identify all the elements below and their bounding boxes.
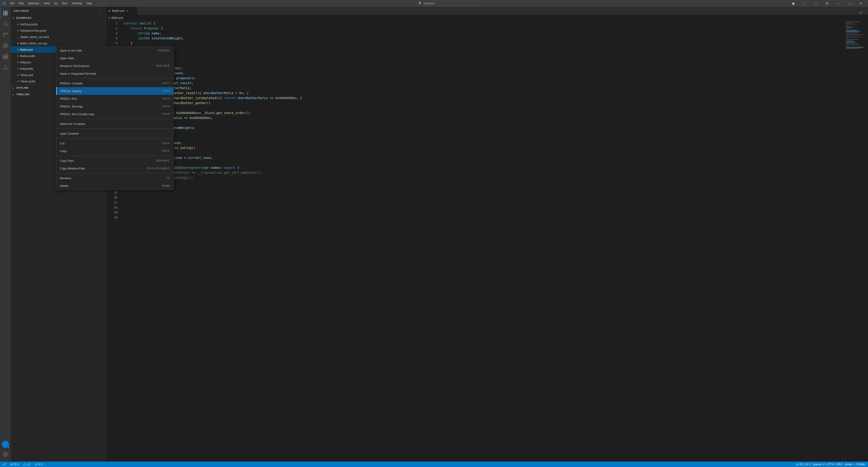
status-spaces[interactable]: Spaces: 4 <box>812 462 826 467</box>
status-git[interactable]: ⎇ <box>2 462 7 467</box>
menu-view[interactable]: View <box>42 1 51 5</box>
ctx-copy-path[interactable]: Copy Path Shift+Alt+C <box>56 157 105 165</box>
examples-section-header[interactable]: ▾ EXAMPLES <box>11 15 105 21</box>
activity-preda[interactable] <box>0 62 11 73</box>
ctx-rename[interactable]: Rename... F2 <box>56 174 105 182</box>
code-line-22: { <box>123 106 845 110</box>
file-icon: ◇ <box>17 35 20 39</box>
ctx-cut[interactable]: Cut Ctrl+X <box>56 139 105 147</box>
status-info[interactable]: ⊙ ⊙ 0 <box>34 462 43 467</box>
activity-search[interactable] <box>0 19 11 29</box>
activity-settings[interactable] <box>0 449 11 460</box>
mini-line <box>846 48 859 49</box>
titlebar-menu: File Edit Selection View Go Run Terminal… <box>8 1 94 5</box>
layout2-button[interactable]: ⬚ <box>799 0 810 7</box>
sidebar-more-button[interactable]: ··· <box>98 8 103 13</box>
ctx-copy[interactable]: Copy Ctrl+C <box>56 147 105 155</box>
more-actions-button[interactable]: ··· <box>864 11 866 15</box>
close-button[interactable]: ✕ <box>856 0 866 7</box>
file-icon: ≡ <box>17 73 19 77</box>
file-name: Kitty.prd <box>20 61 31 64</box>
mini-line <box>846 48 864 48</box>
mini-line <box>846 28 852 28</box>
status-eol[interactable]: CRLF <box>835 462 844 467</box>
code-line-27: @shard array<uint64> votedWeights; <box>123 125 845 130</box>
minimize-button[interactable]: ─ <box>833 0 844 7</box>
split-editor-button[interactable]: ⧉ <box>860 11 862 15</box>
status-encoding[interactable]: UTF-8 <box>826 462 835 467</box>
status-warnings[interactable]: △ △ 0 <box>22 462 31 467</box>
breadcrumb-file[interactable]: Ballot.prd <box>112 16 123 20</box>
status-position[interactable]: Ln 25, Col 1 <box>795 462 812 467</box>
ctx-sep-3 <box>56 128 105 129</box>
mini-line <box>846 33 847 33</box>
svg-rect-1 <box>6 11 7 13</box>
status-prettier[interactable]: ✓ Prettier <box>852 462 866 467</box>
code-line-35: return last_result.case < current_case; <box>123 155 845 160</box>
status-right: Ln 25, Col 1 Spaces: 4 UTF-8 CRLF preda … <box>795 462 866 467</box>
ctx-preda-set-args[interactable]: PREDA: Set Args Ctrl+6 <box>56 103 105 110</box>
status-language[interactable]: preda <box>844 462 852 467</box>
layout1-button[interactable]: ▣ <box>788 0 798 7</box>
file-name: Ballot.prdts <box>20 54 35 58</box>
line-num: 5 <box>107 41 118 46</box>
activity-explorer[interactable] <box>0 8 11 19</box>
activity-extensions[interactable] <box>0 51 11 62</box>
menu-go[interactable]: Go <box>52 1 59 5</box>
line-num: 39 <box>107 210 118 215</box>
ctx-open-with-label: Open With... <box>60 57 105 60</box>
ctx-select-compare[interactable]: Select for Compare <box>56 120 105 127</box>
code-line-31: @address uint32 voted_case; <box>123 140 845 145</box>
account-avatar[interactable]: 👤 1 <box>2 441 9 448</box>
layout4-button[interactable]: ⊟ <box>822 0 832 7</box>
ctx-preda-run[interactable]: PREDA: Run Ctrl+5 <box>56 95 105 103</box>
ctx-sep-1 <box>56 78 105 79</box>
ctx-preda-set-compile-args-label: PREDA: Set Compile Args <box>60 113 105 116</box>
maximize-button[interactable]: □ <box>844 0 855 7</box>
mini-line <box>846 35 864 35</box>
ctx-preda-deploy[interactable]: PREDA: Deploy Ctrl+9 <box>56 87 105 95</box>
ctx-reveal-explorer[interactable]: Reveal in File Explorer Shift+Alt+R <box>56 62 105 70</box>
ctx-preda-set-compile-args[interactable]: PREDA: Set Compile Args Ctrl+8 <box>56 110 105 118</box>
layout3-button[interactable]: ⬛ <box>811 0 821 7</box>
file-ballot-log[interactable]: ≡ Ballot_latest_run.log <box>11 40 105 47</box>
titlebar-search[interactable]: 🔍 examples <box>416 1 480 6</box>
nav-back-button[interactable]: ← <box>96 1 101 6</box>
ctx-preda-compile[interactable]: PREDA: Compile Ctrl+7 <box>56 80 105 87</box>
ctx-open-terminal[interactable]: Open in Integrated Terminal <box>56 70 105 77</box>
svg-point-8 <box>4 33 4 34</box>
code-line-30: @address uint64 weight; <box>123 135 845 140</box>
code-editor[interactable]: contract Ballot { struct Proposal { stri… <box>119 21 845 462</box>
activity-run-debug[interactable] <box>0 40 11 51</box>
mini-line <box>846 22 850 23</box>
status-bar: ⎇ ⊗ ⓪ 0 △ △ 0 ⊙ ⊙ 0 Ln 25, Col 1 Spaces:… <box>0 462 868 467</box>
status-errors[interactable]: ⊗ ⓪ 0 <box>9 462 20 467</box>
mini-line <box>846 40 847 40</box>
ctx-copy-path-label: Copy Path <box>60 159 105 163</box>
ctx-open-timeline[interactable]: Open Timeline <box>56 129 105 137</box>
svg-rect-11 <box>6 57 8 59</box>
file-allowancetest[interactable]: ≡ AllowanceTest.prdts <box>11 27 105 34</box>
activity-source-control[interactable] <box>0 29 11 40</box>
menu-edit[interactable]: Edit <box>17 1 25 5</box>
error-icon: ⊗ <box>10 463 13 466</box>
ctx-copy-relative-path[interactable]: Copy Relative Path Ctrl+K Ctrl+Shift+C <box>56 165 105 172</box>
mini-line <box>846 46 847 47</box>
menu-file[interactable]: File <box>8 1 16 5</box>
ctx-preda-run-label: PREDA: Run <box>60 97 105 100</box>
tab-ballot-prd[interactable]: ≡ Ballot.prd ✕ <box>106 7 137 15</box>
menu-run[interactable]: Run <box>60 1 69 5</box>
code-line-3: struct Proposal { <box>123 26 845 31</box>
git-branch-icon: ⎇ <box>3 463 6 466</box>
tab-close-button[interactable]: ✕ <box>126 9 129 12</box>
menu-terminal[interactable]: Terminal <box>70 1 84 5</box>
mini-line <box>846 37 862 37</box>
ctx-open-side[interactable]: Open to the Side Ctrl+Enter <box>56 47 105 54</box>
ctx-open-with[interactable]: Open With... <box>56 54 105 62</box>
menu-selection[interactable]: Selection <box>26 1 41 5</box>
ctx-delete[interactable]: Delete Delete <box>56 182 105 189</box>
file-airdrop[interactable]: ≡ AirDrop.prdts <box>11 21 105 27</box>
file-ballot-html[interactable]: ◇ Ballot_latest_run.html <box>11 34 105 40</box>
nav-forward-button[interactable]: → <box>103 1 108 6</box>
menu-help[interactable]: Help <box>85 1 94 5</box>
